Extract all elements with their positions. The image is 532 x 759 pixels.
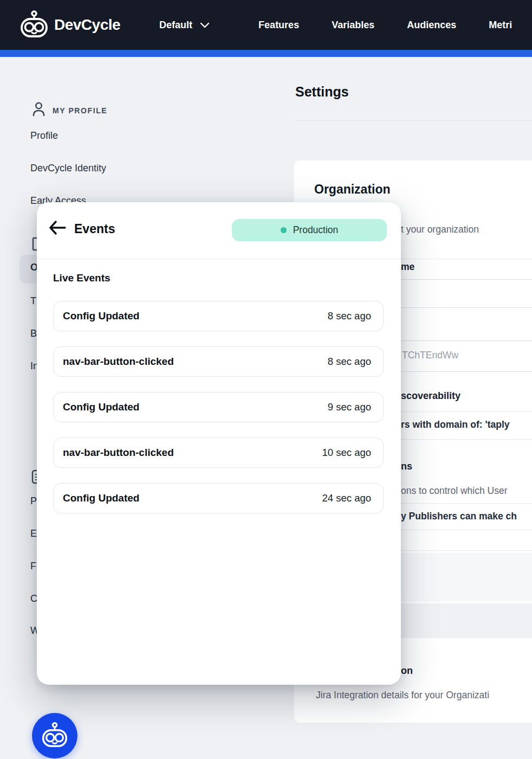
devcycle-logo[interactable]: DevCycle <box>18 9 120 41</box>
organization-subtitle-fragment: t your organization <box>401 224 479 235</box>
page-title: Settings <box>295 84 349 100</box>
publishers-line-fragment: y Publishers can make ch <box>401 511 517 522</box>
event-time: 10 sec ago <box>322 447 371 459</box>
jira-title-fragment: on <box>401 665 413 677</box>
sidebar-item-devcycle-identity[interactable]: DevCycle Identity <box>30 163 106 174</box>
sidebar-item-billing-clipped[interactable]: B <box>30 328 37 339</box>
modal-header-divider <box>37 259 401 259</box>
event-name: Config Updated <box>63 401 139 413</box>
environment-dot-icon <box>281 227 287 233</box>
event-name: Config Updated <box>63 492 139 504</box>
organization-card-title: Organization <box>314 182 391 197</box>
event-name: nav-bar-button-clicked <box>63 447 174 459</box>
sidebar-item-environments-clipped[interactable]: E <box>30 528 37 539</box>
sidebar-section-my-profile: MY PROFILE <box>33 102 107 119</box>
project-selector-label: Default <box>159 20 192 31</box>
org-name-label-fragment: me <box>401 261 414 273</box>
back-arrow-icon[interactable] <box>49 220 68 240</box>
nav-links: Default Features Variables Audiences Met… <box>120 20 512 31</box>
project-selector[interactable]: Default <box>159 20 210 31</box>
sidebar-item-team-clipped[interactable]: T <box>30 295 36 307</box>
event-row[interactable]: nav-bar-button-clicked 8 sec ago <box>53 346 384 377</box>
jira-subtitle: Jira Integration details for your Organi… <box>316 690 489 701</box>
event-row[interactable]: nav-bar-button-clicked 10 sec ago <box>53 438 384 468</box>
event-time: 8 sec ago <box>328 310 371 322</box>
events-modal-title: Events <box>74 222 115 236</box>
event-row[interactable]: Config Updated 24 sec ago <box>53 483 384 513</box>
event-time: 9 sec ago <box>328 401 371 413</box>
brand-wordmark: DevCycle <box>54 16 120 34</box>
event-name: nav-bar-button-clicked <box>63 356 174 368</box>
nav-item-audiences[interactable]: Audiences <box>407 20 456 31</box>
nav-item-features[interactable]: Features <box>258 20 299 31</box>
accent-bar <box>0 50 532 57</box>
sidebar-item-profile[interactable]: Profile <box>30 130 58 141</box>
event-row[interactable]: Config Updated 8 sec ago <box>53 301 384 331</box>
event-name: Config Updated <box>63 310 139 322</box>
person-icon <box>33 102 45 119</box>
live-events-heading: Live Events <box>53 272 111 284</box>
permissions-desc-fragment: ons to control which User <box>401 485 507 497</box>
org-id-value-fragment: TChTEndWw <box>402 350 458 361</box>
permissions-heading-fragment: ns <box>401 461 412 472</box>
sidebar-item-features-clipped[interactable]: F <box>30 561 36 572</box>
title-divider <box>294 120 532 121</box>
discoverability-heading-fragment: scoverability <box>401 390 460 402</box>
nav-item-metrics[interactable]: Metri <box>489 20 512 31</box>
domain-line-fragment: rs with domain of: 'taply <box>401 419 510 430</box>
sidebar-item-projects-clipped[interactable]: P <box>30 496 37 507</box>
environment-badge-label: Production <box>293 224 339 236</box>
nav-item-variables[interactable]: Variables <box>332 20 374 31</box>
environment-badge: Production <box>232 219 387 241</box>
devcycle-robot-icon <box>40 721 69 751</box>
event-time: 8 sec ago <box>328 356 371 368</box>
devcycle-robot-icon <box>18 9 50 41</box>
app-root: DevCycle Default Features Variables Audi… <box>0 0 532 759</box>
chevron-down-icon <box>200 20 210 31</box>
event-row[interactable]: Config Updated 9 sec ago <box>53 392 384 422</box>
devcycle-assistant-button[interactable] <box>32 713 77 758</box>
sidebar-section-label: MY PROFILE <box>53 106 107 115</box>
top-navbar: DevCycle Default Features Variables Audi… <box>0 0 532 50</box>
event-time: 24 sec ago <box>322 492 371 504</box>
